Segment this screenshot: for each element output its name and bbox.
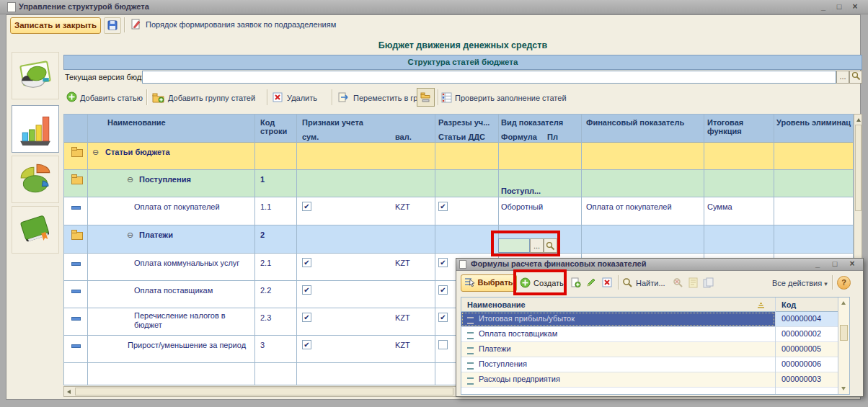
check-fill-icon <box>441 92 452 104</box>
sidebar-tab-pie-chart[interactable] <box>12 156 59 203</box>
maximize-button[interactable]: □ <box>833 2 845 12</box>
col-header-code2: строки <box>260 127 287 135</box>
item-marker-icon <box>467 362 474 370</box>
col-header-total[interactable]: Итоговая <box>707 118 743 127</box>
delete-button[interactable]: Удалить <box>287 94 317 102</box>
help-button[interactable]: ? <box>837 276 851 290</box>
col-header-code[interactable]: Код <box>260 118 275 127</box>
hierarchy-view-toggle[interactable] <box>417 88 435 107</box>
window-document-icon <box>7 2 16 12</box>
sum-checkbox[interactable]: ✔ <box>302 340 311 349</box>
collapse-icon[interactable]: ⊖ <box>127 231 133 240</box>
table-row-group-selected[interactable]: ⊖ Платежи 2 ... <box>64 225 853 254</box>
floppy-icon <box>107 20 118 30</box>
collapse-icon[interactable]: ⊖ <box>92 148 99 157</box>
popup-maximize-button[interactable]: □ <box>830 259 840 269</box>
toolbar-separator <box>618 275 619 290</box>
sidebar-tab-pie-report[interactable] <box>12 52 59 99</box>
copy-icon[interactable] <box>703 277 714 290</box>
sum-checkbox[interactable]: ✔ <box>302 285 311 295</box>
col-header-name[interactable]: Наименование <box>107 118 166 127</box>
all-actions-label: Все действия <box>772 279 822 287</box>
popup-list-row[interactable]: Платежи 000000005 <box>461 342 838 357</box>
popup-document-icon <box>459 260 466 269</box>
popup-list-row[interactable]: Поступления 000000006 <box>461 357 838 372</box>
table-row-group[interactable]: ⊖ Поступления 1 Поступл... <box>64 170 853 197</box>
popup-col-code[interactable]: Код <box>781 300 796 309</box>
sidebar-tab-bar-chart[interactable] <box>12 105 59 153</box>
minimize-button[interactable]: _ <box>818 2 829 12</box>
popup-list-row[interactable]: Расходы предприятия 000000003 <box>461 372 838 388</box>
find-button[interactable]: Найти... <box>636 279 665 287</box>
dds-checkbox[interactable] <box>438 340 448 349</box>
check-fill-button[interactable]: Проверить заполнение статей <box>455 94 567 102</box>
edit-icon[interactable] <box>586 277 596 289</box>
table-row-item[interactable]: Оплата от покупателей 1.1 ✔ KZT ✔ Оборот… <box>64 197 853 225</box>
popup-scrollbar[interactable] <box>838 298 849 394</box>
scrollbar-thumb[interactable] <box>75 388 453 395</box>
save-button[interactable] <box>104 17 121 34</box>
add-item-button[interactable]: Добавить статью <box>80 94 143 102</box>
row-name: Поступления <box>139 175 191 184</box>
note-icon[interactable] <box>688 277 698 290</box>
row-name: Платежи <box>139 231 173 239</box>
dds-checkbox[interactable]: ✔ <box>438 258 448 267</box>
sum-checkbox[interactable]: ✔ <box>302 313 311 322</box>
row-code: 2.1 <box>260 259 271 267</box>
col-header-plan[interactable]: Пл <box>547 133 558 141</box>
row-formula: Поступл... <box>501 187 541 195</box>
row-name: Оплата поставщикам <box>134 286 213 295</box>
version-input[interactable] <box>142 71 836 84</box>
window-title: Управление структурой бюджета <box>19 2 149 11</box>
col-header-indicator[interactable]: Вид показателя <box>501 118 563 127</box>
table-row-group[interactable]: ⊖ Статьи бюджета <box>64 143 853 170</box>
highlight-formula-field <box>491 231 560 256</box>
popup-close-button[interactable]: × <box>847 259 857 269</box>
add-group-button[interactable]: Добавить группу статей <box>168 94 255 102</box>
grid-line <box>296 115 297 385</box>
order-formation-link[interactable]: Порядок формирования заявок по подраздел… <box>146 20 336 29</box>
select-button[interactable]: Выбрать <box>461 274 517 292</box>
sum-checkbox[interactable]: ✔ <box>302 258 311 267</box>
popup-list-row-selected[interactable]: Итоговая прибыль/убыток 000000004 <box>461 312 838 327</box>
row-code: 2 <box>260 231 265 239</box>
col-header-sum[interactable]: сум. <box>302 133 319 141</box>
item-marker-icon <box>71 344 81 348</box>
close-button[interactable]: × <box>849 2 861 12</box>
scrollbar-thumb[interactable] <box>855 125 862 211</box>
scrollbar-thumb[interactable] <box>840 325 848 341</box>
edit-order-icon <box>130 19 141 31</box>
scroll-up-icon <box>856 118 861 122</box>
create-group-icon[interactable] <box>570 277 581 290</box>
col-header-currency[interactable]: вал. <box>395 133 412 141</box>
col-header-level[interactable]: Уровень элиминац <box>776 118 851 127</box>
col-header-financial[interactable]: Финансовый показатель <box>586 118 684 127</box>
folder-icon <box>71 232 83 240</box>
row-name: Перечисление налогов в бюджет <box>134 311 253 330</box>
collapse-icon[interactable]: ⊖ <box>127 175 133 184</box>
save-and-close-button[interactable]: Записать и закрыть <box>10 17 101 34</box>
version-search-button[interactable] <box>849 71 862 84</box>
popup-col-name[interactable]: Наименование <box>467 300 526 309</box>
col-header-formula[interactable]: Формула <box>501 133 537 141</box>
all-actions-button[interactable]: Все действия ▾ <box>772 279 828 287</box>
grid-line <box>435 115 435 385</box>
dds-checkbox[interactable]: ✔ <box>438 313 448 322</box>
select-icon <box>464 277 475 287</box>
version-lookup-button[interactable]: ... <box>836 71 849 84</box>
move-to-group-icon <box>337 91 350 104</box>
col-header-dds[interactable]: Статьи ДДС <box>438 133 485 141</box>
popup-minimize-button[interactable]: _ <box>812 259 823 269</box>
sidebar-tab-book[interactable] <box>12 206 59 254</box>
cancel-search-icon[interactable] <box>673 277 683 290</box>
dds-checkbox[interactable]: ✔ <box>438 202 448 211</box>
row-financial: Оплата от покупателей <box>586 202 672 211</box>
row-name: Платежи <box>479 344 511 353</box>
delete-icon[interactable] <box>602 277 612 289</box>
row-name: Поступления <box>479 359 527 368</box>
dds-checkbox[interactable]: ✔ <box>438 285 448 295</box>
sum-checkbox[interactable]: ✔ <box>302 202 311 211</box>
col-header-signs[interactable]: Признаки учета <box>302 118 363 127</box>
col-header-sections[interactable]: Разрезы уч... <box>438 118 490 127</box>
popup-list-row[interactable]: Оплата поставщикам 000000002 <box>461 327 838 342</box>
